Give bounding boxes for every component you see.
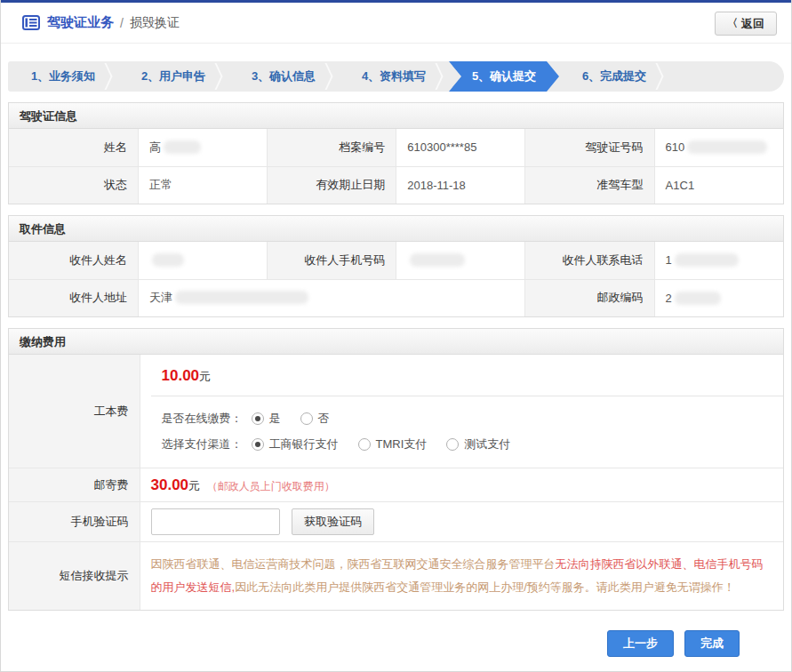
- postcode-value: 2: [654, 279, 783, 316]
- radio-tmri[interactable]: [358, 438, 371, 451]
- pay-channel-option-test[interactable]: 测试支付: [446, 436, 510, 452]
- back-button-label: 返回: [741, 16, 764, 32]
- radio-icbc[interactable]: [252, 438, 264, 451]
- file-number-label: 档案编号: [267, 129, 396, 166]
- recipient-mobile-value: [396, 242, 525, 279]
- recipient-address-label: 收件人地址: [9, 279, 138, 316]
- breadcrumb-separator: /: [120, 16, 124, 30]
- redacted-value: [164, 140, 201, 154]
- vehicle-type-label: 准驾车型: [525, 166, 654, 204]
- pay-channel-option-icbc[interactable]: 工商银行支付: [252, 436, 339, 452]
- page-header: 驾驶证业务 / 损毁换证 〈 返回: [1, 3, 791, 44]
- sms-notice-label: 短信接收提示: [9, 542, 140, 611]
- page-title: 驾驶证业务: [47, 14, 114, 31]
- production-fee-label: 工本费: [9, 355, 140, 468]
- pickup-info-table: 收件人姓名 收件人手机号码 收件人联系电话 1 收件人地址 天津 邮政编码 2: [9, 242, 783, 316]
- captcha-input[interactable]: [151, 508, 280, 535]
- step-2-user-declaration[interactable]: 2、用户申告: [118, 61, 228, 92]
- recipient-name-value: [138, 242, 267, 279]
- postage-fee-unit: 元: [188, 479, 200, 492]
- postage-fee-label: 邮寄费: [9, 468, 140, 502]
- online-pay-question: 是否在线缴费：: [162, 411, 243, 427]
- previous-step-button[interactable]: 上一步: [607, 630, 674, 657]
- table-row: 工本费 10.00元 是否在线缴费： 是: [9, 355, 783, 468]
- file-number-value: 610300****85: [396, 129, 525, 166]
- radio-test[interactable]: [446, 438, 459, 451]
- step-wizard: 1、业务须知 2、用户申告 3、确认信息 4、资料填写 5、确认提交 6、完成提…: [8, 61, 784, 92]
- redacted-value: [675, 292, 721, 305]
- finish-button[interactable]: 完成: [684, 630, 740, 657]
- pickup-info-title: 取件信息: [9, 216, 783, 242]
- recipient-mobile-label: 收件人手机号码: [267, 242, 396, 279]
- page: 驾驶证业务 / 损毁换证 〈 返回 1、业务须知 2、用户申告 3、确认信息 4…: [0, 0, 792, 672]
- online-pay-option-no[interactable]: 否: [300, 411, 330, 427]
- table-row: 状态 正常 有效期止日期 2018-11-18 准驾车型 A1C1: [9, 166, 783, 204]
- footer-actions: 上一步 完成: [1, 630, 791, 657]
- payment-options: 是否在线缴费： 是 否 选择支付渠道：: [151, 396, 784, 468]
- step-6-complete-submit[interactable]: 6、完成提交: [559, 61, 669, 92]
- status-value: 正常: [138, 166, 267, 204]
- table-row: 姓名 高 档案编号 610300****85 驾驶证号码 610: [9, 129, 783, 166]
- redacted-value: [152, 253, 184, 267]
- chevron-left-icon: 〈: [727, 16, 738, 31]
- step-3-confirm-info[interactable]: 3、确认信息: [228, 61, 339, 92]
- vehicle-type-value: A1C1: [654, 166, 783, 204]
- license-info-panel: 驾驶证信息 姓名 高 档案编号 610300****85 驾驶证号码 610 状…: [8, 102, 784, 204]
- status-label: 状态: [9, 166, 138, 204]
- redacted-value: [687, 140, 767, 154]
- license-number-value: 610: [654, 129, 783, 166]
- step-1-business-notice[interactable]: 1、业务须知: [8, 61, 118, 92]
- step-5-confirm-submit[interactable]: 5、确认提交: [449, 61, 559, 92]
- recipient-phone-value: 1: [654, 242, 783, 279]
- radio-yes[interactable]: [252, 412, 264, 425]
- name-label: 姓名: [9, 129, 138, 166]
- pay-channel-question: 选择支付渠道：: [162, 436, 243, 452]
- sms-notice-part1: 因陕西省联通、电信运营商技术问题，陕西省互联网交通安全综合服务管理平台: [151, 557, 556, 571]
- license-number-label: 驾驶证号码: [525, 129, 654, 166]
- back-button[interactable]: 〈 返回: [715, 12, 777, 36]
- table-row: 邮寄费 30.00元 （邮政人员上门收取费用）: [9, 468, 783, 502]
- production-fee-amount-line: 10.00元: [151, 355, 784, 396]
- step-bar-filler: [669, 61, 784, 92]
- license-info-table: 姓名 高 档案编号 610300****85 驾驶证号码 610 状态 正常 有…: [9, 129, 783, 204]
- redacted-value: [675, 253, 739, 267]
- captcha-label: 手机验证码: [9, 502, 140, 542]
- table-row: 手机验证码 获取验证码: [9, 502, 783, 542]
- redacted-value: [175, 291, 308, 304]
- pickup-info-panel: 取件信息 收件人姓名 收件人手机号码 收件人联系电话 1 收件人地址 天津 邮政…: [8, 215, 784, 317]
- pay-channel-question-row: 选择支付渠道： 工商银行支付 TMRI支付 测试支付: [162, 431, 773, 457]
- redacted-value: [410, 253, 465, 267]
- production-fee-cell: 10.00元 是否在线缴费： 是 否: [140, 355, 783, 468]
- recipient-address-value: 天津: [138, 279, 524, 316]
- step-4-fill-data[interactable]: 4、资料填写: [339, 61, 449, 92]
- fees-table: 工本费 10.00元 是否在线缴费： 是: [9, 355, 783, 610]
- fees-title: 缴纳费用: [9, 329, 783, 355]
- table-row: 收件人地址 天津 邮政编码 2: [9, 279, 783, 316]
- postage-fee-note: （邮政人员上门收取费用）: [207, 480, 335, 492]
- fees-panel: 缴纳费用 工本费 10.00元 是否在线缴费： 是: [8, 328, 784, 611]
- sms-notice-part3: 因此无法向此类用户提供陕西省交通管理业务的网上办理/预约等服务。请此类用户避免无…: [235, 580, 735, 594]
- name-value: 高: [138, 129, 267, 166]
- breadcrumb-current: 损毁换证: [130, 15, 180, 31]
- table-row: 收件人姓名 收件人手机号码 收件人联系电话 1: [9, 242, 783, 279]
- sms-notice-text: 因陕西省联通、电信运营商技术问题，陕西省互联网交通安全综合服务管理平台无法向持陕…: [140, 542, 783, 611]
- get-captcha-button[interactable]: 获取验证码: [292, 508, 374, 535]
- recipient-name-label: 收件人姓名: [9, 242, 138, 279]
- production-fee-unit: 元: [199, 370, 211, 383]
- postage-fee-amount: 30.00: [151, 476, 189, 493]
- expiry-value: 2018-11-18: [396, 166, 525, 204]
- online-pay-question-row: 是否在线缴费： 是 否: [162, 405, 773, 431]
- production-fee-amount: 10.00: [162, 367, 200, 384]
- license-info-title: 驾驶证信息: [9, 103, 783, 129]
- table-row: 短信接收提示 因陕西省联通、电信运营商技术问题，陕西省互联网交通安全综合服务管理…: [9, 542, 783, 611]
- pay-channel-option-tmri[interactable]: TMRI支付: [358, 436, 428, 452]
- postcode-label: 邮政编码: [525, 279, 654, 316]
- recipient-phone-label: 收件人联系电话: [525, 242, 654, 279]
- captcha-cell: 获取验证码: [140, 502, 783, 542]
- postage-fee-cell: 30.00元 （邮政人员上门收取费用）: [140, 468, 783, 502]
- license-business-icon: [22, 15, 40, 30]
- online-pay-option-yes[interactable]: 是: [252, 411, 281, 427]
- expiry-label: 有效期止日期: [267, 166, 396, 204]
- radio-no[interactable]: [300, 412, 313, 425]
